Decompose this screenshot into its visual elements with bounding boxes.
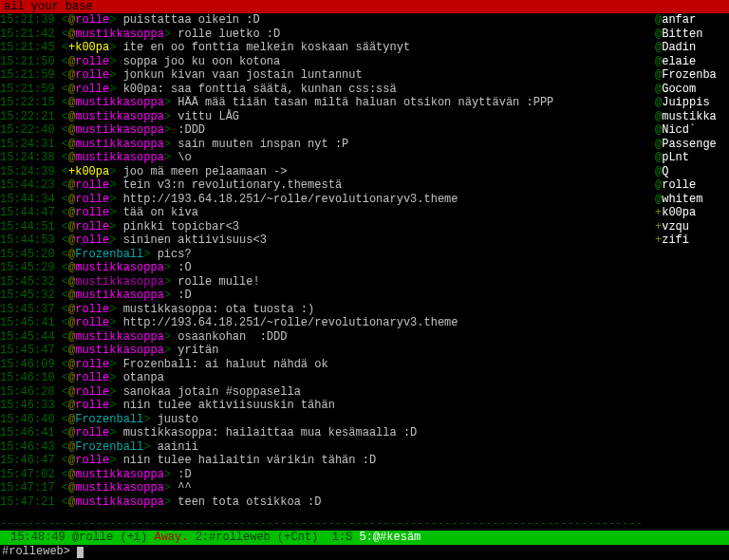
chat-line: 15:46:33 <@rolle> niin tulee aktiviisuus… bbox=[0, 399, 651, 413]
nick-list-item[interactable]: @pLnt bbox=[655, 151, 729, 165]
nick-list-item[interactable]: +vzqu bbox=[655, 220, 729, 234]
nick-list-item[interactable]: @rolle bbox=[655, 178, 729, 193]
nick-list-item[interactable]: @Frozenba bbox=[655, 68, 729, 83]
chat-line: 15:44:23 <@rolle> tein v3:n revolutionar… bbox=[0, 178, 651, 193]
status-bar: 15:48:49 @rolle (+i) Away. 2:#rolleweb (… bbox=[0, 531, 729, 545]
chat-line: 15:46:09 <@rolle> Frozenball: ai haluut … bbox=[0, 358, 651, 372]
chat-line: 15:45:32 <@mustikkasoppa> :D bbox=[0, 289, 651, 303]
nick-list-item[interactable]: +k00pa bbox=[655, 206, 729, 220]
nick-list[interactable]: @anfar@Bitten@Dadin@elaie@Frozenba@Gocom… bbox=[653, 13, 729, 517]
chat-line: 15:21:50 <@rolle> soppa joo ku oon koton… bbox=[0, 55, 651, 69]
nick-list-item[interactable]: @Dadin bbox=[655, 41, 729, 55]
chat-line: 15:45:41 <@rolle> http://193.64.18.251/~… bbox=[0, 316, 651, 330]
chat-line: 15:44:34 <@rolle> http://193.64.18.251/~… bbox=[0, 193, 651, 207]
chat-line: 15:45:29 <@mustikkasoppa> :O bbox=[0, 261, 651, 275]
chat-line: 15:46:43 <@Frozenball> aainii bbox=[0, 440, 651, 455]
chat-log[interactable]: 15:21:39 <@rolle> puistattaa oikein :D15… bbox=[0, 13, 653, 517]
nick-list-item[interactable]: @Bitten bbox=[655, 28, 729, 42]
chat-line: 15:47:21 <@mustikkasoppa> teen tota otsi… bbox=[0, 495, 651, 510]
cursor bbox=[77, 547, 84, 558]
chat-line: 15:45:37 <@rolle> mustikkasoppa: ota tuo… bbox=[0, 303, 651, 317]
nick-list-item[interactable]: @Q bbox=[655, 165, 729, 179]
chat-line: 15:46:10 <@rolle> otanpa bbox=[0, 371, 651, 385]
chat-line: 15:44:53 <@rolle> sininen aktiivisuus<3 bbox=[0, 233, 651, 248]
status-nick: @rolle (+i) bbox=[72, 531, 147, 544]
chat-line: 15:45:44 <@mustikkasoppa> osaankohan :DD… bbox=[0, 330, 651, 345]
chat-line: 15:21:42 <@mustikkasoppa> rolle luetko :… bbox=[0, 28, 651, 42]
input-line[interactable]: #rolleweb> bbox=[0, 545, 729, 560]
chat-line: 15:45:47 <@mustikkasoppa> yritän bbox=[0, 344, 651, 358]
chat-line: 15:46:47 <@rolle> niin tulee hailaitin v… bbox=[0, 454, 651, 468]
chat-line: 15:21:59 <@rolle> jonkun kivan vaan jost… bbox=[0, 68, 651, 83]
nick-list-item[interactable]: @anfar bbox=[655, 13, 729, 28]
chat-line: 15:24:31 <@mustikkasoppa> sain muuten in… bbox=[0, 138, 651, 152]
chat-line: 15:46:40 <@Frozenball> juusto bbox=[0, 413, 651, 427]
chat-line: 15:45:20 <@Frozenball> pics? bbox=[0, 248, 651, 262]
chat-line: 15:21:59 <@rolle> k00pa: saa fonttia sää… bbox=[0, 83, 651, 97]
status-away: Away. bbox=[154, 531, 188, 544]
chat-line: 15:21:45 <+k00pa> ite en oo fonttia melk… bbox=[0, 41, 651, 55]
chat-line: 15:44:51 <@rolle> pinkki topicbar<3 bbox=[0, 220, 651, 234]
nick-list-item[interactable]: @Passenge bbox=[655, 138, 729, 152]
chat-line: 15:46:28 <@rolle> sanokaa jotain #soppas… bbox=[0, 385, 651, 400]
chat-line: 15:46:41 <@rolle> mustikkasoppa: hailait… bbox=[0, 426, 651, 440]
nick-list-item[interactable]: @mustikka bbox=[655, 110, 729, 124]
topic-bar: all your base bbox=[0, 0, 729, 13]
nick-list-item[interactable]: @Gocom bbox=[655, 83, 729, 97]
chat-line: 15:47:02 <@mustikkasoppa> :D bbox=[0, 468, 651, 482]
status-time: 15:48:49 bbox=[10, 531, 65, 544]
separator: ----------------------------------------… bbox=[0, 517, 729, 532]
status-win5: 5:@#kesäm bbox=[360, 531, 421, 544]
chat-line: 15:22:15 <@mustikkasoppa> HÄÄ mää tiiän … bbox=[0, 96, 651, 110]
nick-list-item[interactable]: @whitem bbox=[655, 193, 729, 207]
chat-line: 15:24:38 <@mustikkasoppa> \o bbox=[0, 151, 651, 165]
nick-list-item[interactable]: +zifi bbox=[655, 233, 729, 248]
chat-line: 15:45:32 <@mustikkasoppa> rolle mulle! bbox=[0, 275, 651, 289]
nick-list-item[interactable]: @elaie bbox=[655, 55, 729, 69]
status-win2: 2:#rolleweb (+Cnt) 1:S bbox=[196, 531, 353, 544]
chat-line: 15:22:40 <@mustikkasoppa> :DDD bbox=[0, 123, 651, 138]
chat-line: 15:24:39 <+k00pa> joo mä meen pelaamaan … bbox=[0, 165, 651, 179]
nick-list-item[interactable]: @Juippis bbox=[655, 96, 729, 110]
nick-list-item[interactable]: @Nicd` bbox=[655, 123, 729, 138]
chat-line: 15:47:17 <@mustikkasoppa> ^^ bbox=[0, 481, 651, 495]
chat-line: 15:22:21 <@mustikkasoppa> vittu LÅG bbox=[0, 110, 651, 124]
chat-line: 15:44:47 <@rolle> tää on kiva bbox=[0, 206, 651, 220]
chat-line: 15:21:39 <@rolle> puistattaa oikein :D bbox=[0, 13, 651, 28]
input-prompt: #rolleweb> bbox=[2, 545, 70, 558]
